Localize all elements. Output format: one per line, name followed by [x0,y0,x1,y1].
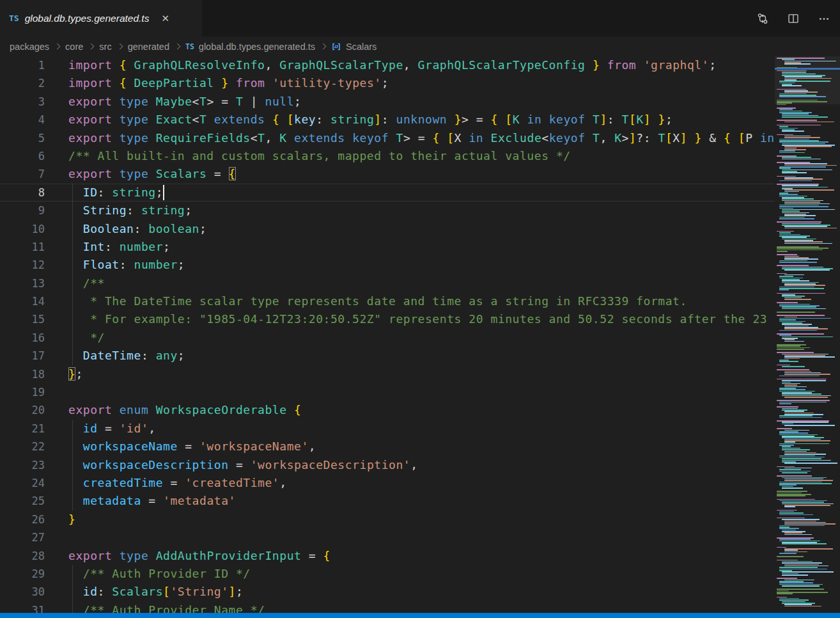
code-line-28[interactable]: 28export type AddAuthProviderInput = { [0,547,775,565]
line-number[interactable]: 14 [0,292,45,310]
line-number[interactable]: 2 [0,74,45,92]
breadcrumb-generated[interactable]: generated [128,42,169,52]
code-line-1[interactable]: 1import { GraphQLResolveInfo, GraphQLSca… [0,56,775,74]
line-number[interactable]: 5 [0,129,45,147]
line-number[interactable]: 18 [0,365,45,383]
tab-bar: TS global.db.types.generated.ts ✕ [0,0,840,36]
line-number[interactable]: 28 [0,547,45,565]
code-text: /** Auth Provider Name */ [45,601,265,613]
code-text: export type RequireFields<T, K extends k… [45,129,775,147]
code-lines[interactable]: 1import { GraphQLResolveInfo, GraphQLSca… [0,56,775,613]
minimap-current-line [775,68,840,70]
breadcrumb-file[interactable]: global.db.types.generated.ts [199,42,315,52]
breadcrumb-packages[interactable]: packages [10,42,49,52]
code-text: export enum WorkspaceOrderable { [45,401,301,419]
line-number[interactable]: 17 [0,347,45,365]
line-number[interactable]: 6 [0,147,45,165]
code-line-7[interactable]: 7export type Scalars = { [0,165,775,183]
line-number[interactable]: 4 [0,111,45,129]
code-line-21[interactable]: 21 id = 'id', [0,420,775,438]
tab-global-db-types[interactable]: TS global.db.types.generated.ts ✕ [0,0,202,36]
code-line-31[interactable]: 31 /** Auth Provider Name */ [0,601,775,613]
code-line-13[interactable]: 13 /** [0,274,775,292]
code-text [45,383,68,401]
line-number[interactable]: 15 [0,310,45,328]
line-number[interactable]: 12 [0,256,45,274]
code-text: export type Scalars = { [45,165,236,183]
code-text: workspaceName = 'workspaceName', [45,438,316,456]
code-line-29[interactable]: 29 /** Auth Provider ID */ [0,565,775,583]
code-line-20[interactable]: 20export enum WorkspaceOrderable { [0,401,775,419]
code-line-9[interactable]: 9 String: string; [0,202,775,219]
minimap[interactable] [775,56,840,613]
line-number[interactable]: 29 [0,565,45,583]
line-number[interactable]: 23 [0,456,45,474]
code-text: export type Exact<T extends { [key: stri… [45,111,673,129]
code-line-30[interactable]: 30 id: Scalars['String']; [0,583,775,601]
code-line-8[interactable]: 8 ID: string; [0,184,775,202]
breadcrumb-src[interactable]: src [99,42,111,52]
code-line-19[interactable]: 19 [0,383,775,401]
code-line-25[interactable]: 25 metadata = 'metadata' [0,492,775,510]
open-changes-icon[interactable] [757,13,768,24]
breadcrumb-core[interactable]: core [65,42,83,52]
minimap-viewport[interactable] [775,56,840,104]
code-line-26[interactable]: 26} [0,511,775,528]
line-number[interactable]: 16 [0,329,45,347]
code-line-10[interactable]: 10 Boolean: boolean; [0,220,775,238]
code-text: * For example: "1985-04-12T23:20:50.52Z"… [45,310,767,328]
symbol-type-icon [331,42,341,52]
code-line-17[interactable]: 17 DateTime: any; [0,347,775,365]
code-line-16[interactable]: 16 */ [0,329,775,347]
code-text: DateTime: any; [45,347,185,365]
code-text: createdTime = 'createdTime', [45,474,287,492]
code-line-27[interactable]: 27 [0,528,775,546]
code-text: Boolean: boolean; [45,220,206,238]
code-text [45,528,68,546]
code-line-2[interactable]: 2import { DeepPartial } from 'utility-ty… [0,74,775,92]
more-actions-icon[interactable] [818,13,830,24]
code-line-5[interactable]: 5export type RequireFields<T, K extends … [0,129,775,147]
line-number[interactable]: 9 [0,202,45,219]
code-line-6[interactable]: 6/** All built-in and custom scalars, ma… [0,147,775,165]
line-number[interactable]: 22 [0,438,45,456]
line-number[interactable]: 27 [0,528,45,546]
line-number[interactable]: 7 [0,165,45,183]
line-number[interactable]: 30 [0,583,45,601]
tab-close-icon[interactable]: ✕ [161,13,169,24]
code-line-14[interactable]: 14 * The DateTime scalar type represents… [0,292,775,310]
line-number[interactable]: 1 [0,56,45,74]
split-editor-icon[interactable] [788,13,799,24]
line-number[interactable]: 31 [0,601,45,613]
typescript-file-icon: TS [185,42,194,51]
line-number[interactable]: 24 [0,474,45,492]
code-text: workspaceDescription = 'workspaceDescrip… [45,456,418,474]
line-number[interactable]: 13 [0,274,45,292]
status-bar[interactable] [0,613,840,618]
code-line-11[interactable]: 11 Int: number; [0,238,775,256]
code-line-18[interactable]: 18}; [0,365,775,383]
code-line-24[interactable]: 24 createdTime = 'createdTime', [0,474,775,492]
line-number[interactable]: 8 [0,184,45,202]
breadcrumb: packages core src generated TS global.db… [0,36,840,56]
chevron-right-icon [320,44,327,50]
breadcrumb-symbol-scalars[interactable]: Scalars [346,42,377,52]
line-number[interactable]: 11 [0,238,45,256]
code-line-4[interactable]: 4export type Exact<T extends { [key: str… [0,111,775,129]
line-number[interactable]: 10 [0,220,45,238]
line-number[interactable]: 25 [0,492,45,510]
chevron-right-icon [54,44,61,50]
chevron-right-icon [175,44,181,50]
code-text: }; [45,365,83,383]
code-line-23[interactable]: 23 workspaceDescription = 'workspaceDesc… [0,456,775,474]
line-number[interactable]: 21 [0,420,45,438]
code-line-15[interactable]: 15 * For example: "1985-04-12T23:20:50.5… [0,310,775,328]
line-number[interactable]: 26 [0,511,45,528]
line-number[interactable]: 3 [0,93,45,111]
code-line-3[interactable]: 3export type Maybe<T> = T | null; [0,93,775,111]
code-editor[interactable]: 1import { GraphQLResolveInfo, GraphQLSca… [0,56,775,613]
code-line-12[interactable]: 12 Float: number; [0,256,775,274]
code-line-22[interactable]: 22 workspaceName = 'workspaceName', [0,438,775,456]
line-number[interactable]: 19 [0,383,45,401]
line-number[interactable]: 20 [0,401,45,419]
